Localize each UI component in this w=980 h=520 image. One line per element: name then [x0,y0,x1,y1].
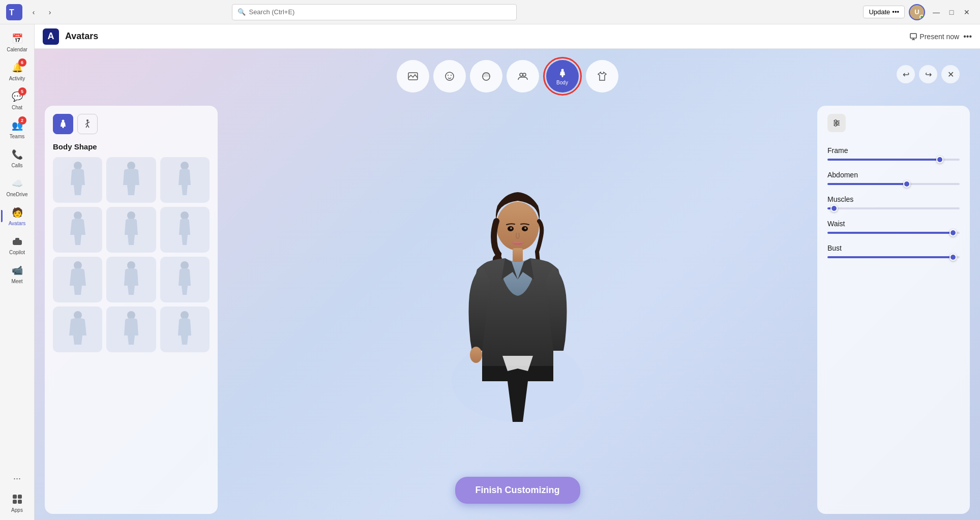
svg-point-40 [470,347,482,363]
svg-point-15 [520,73,523,76]
redo-button[interactable]: ↪ [919,65,937,83]
center-panel: Finish Customizing [218,106,817,514]
body-shapes-grid [53,157,210,352]
present-now-button[interactable]: Present now [909,33,959,41]
svg-point-35 [127,311,135,319]
svg-point-48 [835,120,837,122]
update-ellipsis: ••• [892,8,899,16]
svg-point-27 [181,162,189,170]
sidebar-item-chat[interactable]: 💬 5 Chat [3,86,32,113]
minimize-button[interactable]: — [929,5,943,19]
forward-button[interactable]: › [43,5,57,19]
sidebar-label-onedrive: OneDrive [6,192,27,197]
body-shape-item[interactable] [106,207,156,253]
bust-slider[interactable] [827,256,960,258]
user-avatar[interactable]: U [909,4,925,20]
sidebar-item-apps[interactable]: Apps [3,489,32,516]
right-panel: Frame Abdomen [817,106,970,514]
toolbar-face-button[interactable] [433,60,466,93]
app-title: Avatars [65,31,98,42]
sidebar-item-activity[interactable]: 🔔 6 Activity [3,57,32,84]
back-button[interactable]: ‹ [26,5,41,19]
svg-rect-6 [18,500,22,504]
sidebar-item-calls[interactable]: 📞 Calls [3,144,32,171]
title-bar-right: Update ••• U — □ ✕ [863,4,974,20]
toolbar-body-label: Body [556,80,568,85]
search-bar[interactable]: 🔍 Search (Ctrl+E) [232,4,517,20]
main-layout: 📅 Calendar 🔔 6 Activity 💬 5 Chat 👥 2 Tea… [0,24,980,520]
body-shape-item[interactable] [160,207,210,253]
activity-badge: 6 [18,58,26,67]
svg-point-30 [181,211,189,220]
search-placeholder: Search (Ctrl+E) [249,8,294,16]
header-more-button[interactable]: ••• [963,32,972,41]
present-now-label: Present now [919,33,959,41]
close-editor-button[interactable]: ✕ [941,65,960,83]
waist-slider[interactable] [827,232,960,234]
onedrive-icon: ☁️ [10,176,24,191]
frame-slider-section: Frame [827,146,960,161]
body-shape-item[interactable] [160,257,210,302]
svg-rect-2 [15,238,19,241]
sidebar-item-calendar[interactable]: 📅 Calendar [3,28,32,55]
svg-point-43 [510,227,512,229]
meet-icon: 📹 [10,263,24,278]
body-shape-item[interactable] [53,307,102,352]
toolbar-body-button[interactable]: Body [546,60,579,93]
svg-line-24 [87,125,89,128]
body-shape-item[interactable] [160,157,210,203]
update-label: Update [869,8,890,16]
bust-label: Bust [827,244,960,252]
toolbar-groups-button[interactable] [507,60,539,93]
sidebar-label-teams: Teams [10,134,24,139]
body-shape-item[interactable] [53,207,102,253]
svg-point-44 [524,227,526,229]
sidebar-item-meet[interactable]: 📹 Meet [3,260,32,287]
teams-badge: 2 [18,116,26,125]
body-shape-item[interactable] [53,257,102,302]
avatar-preview [441,178,594,442]
close-window-button[interactable]: ✕ [960,5,974,19]
panel-tabs [53,114,210,134]
body-shape-item[interactable] [160,307,210,352]
more-options-button[interactable]: ··· [10,470,24,487]
svg-rect-5 [13,500,17,504]
svg-point-50 [835,124,837,126]
body-shape-title: Body Shape [53,142,210,151]
body-shape-item[interactable] [106,157,156,203]
body-shape-item[interactable] [53,157,102,203]
sidebar-item-onedrive[interactable]: ☁️ OneDrive [3,173,32,200]
toolbar-clothing-button[interactable] [586,60,618,93]
maximize-button[interactable]: □ [944,5,959,19]
undo-button[interactable]: ↩ [897,65,915,83]
editor-main: Body Shape [35,100,980,520]
sidebar-label-calendar: Calendar [7,47,27,52]
abdomen-slider[interactable] [827,183,960,185]
sidebar-label-copilot: Copilot [9,250,25,255]
toolbar-scene-button[interactable] [397,60,429,93]
sidebar-item-avatars[interactable]: 🧑 Avatars [3,202,32,229]
sidebar-item-teams[interactable]: 👥 2 Teams [3,115,32,142]
filter-button[interactable] [827,114,846,132]
sidebar-item-copilot[interactable]: Copilot [3,231,32,258]
finish-customizing-button[interactable]: Finish Customizing [455,477,580,504]
body-shape-item[interactable] [106,307,156,352]
sidebar-label-apps: Apps [11,507,23,513]
nav-controls: ‹ › [26,5,57,19]
update-button[interactable]: Update ••• [863,6,905,18]
toolbar-right-controls: ↩ ↪ ✕ [897,65,960,83]
panel-tab-pose[interactable] [77,114,98,134]
svg-point-29 [127,211,135,220]
svg-point-49 [837,122,839,124]
muscles-slider[interactable] [827,207,960,209]
search-icon: 🔍 [237,8,246,16]
svg-point-16 [523,73,526,76]
svg-point-13 [451,75,452,76]
frame-slider[interactable] [827,159,960,161]
body-shape-item[interactable] [106,257,156,302]
activity-icon: 🔔 6 [10,60,24,75]
teams-logo: T [6,4,22,20]
panel-tab-shape[interactable] [53,114,73,134]
toolbar-hair-button[interactable] [470,60,502,93]
editor-area: Body ↩ ↪ ✕ [35,49,980,520]
